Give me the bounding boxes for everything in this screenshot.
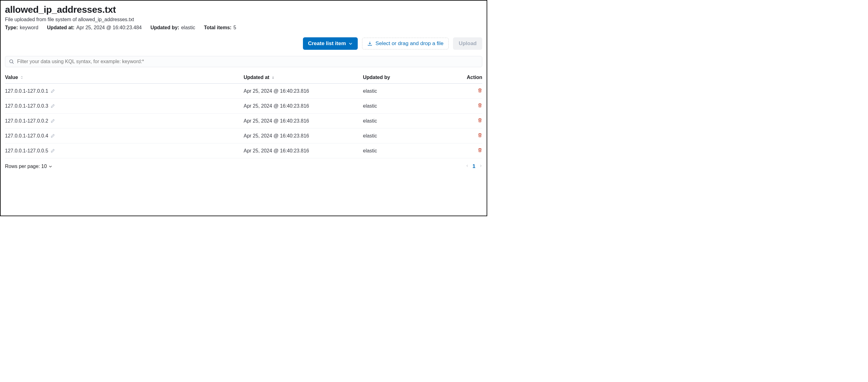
cell-value: 127.0.0.1-127.0.0.1 [5, 88, 48, 94]
table-row: 127.0.0.1-127.0.0.3Apr 25, 2024 @ 16:40:… [5, 99, 482, 113]
rows-per-page-selector[interactable]: Rows per page: 10 [5, 164, 52, 169]
rows-per-page-label: Rows per page: 10 [5, 164, 47, 169]
trash-icon[interactable] [477, 133, 482, 138]
edit-icon[interactable] [51, 134, 55, 138]
table-row: 127.0.0.1-127.0.0.1Apr 25, 2024 @ 16:40:… [5, 84, 482, 99]
meta-updated-at-value: Apr 25, 2024 @ 16:40:23.484 [76, 25, 142, 31]
cell-action [449, 129, 482, 143]
cell-updated-at: Apr 25, 2024 @ 16:40:23.816 [244, 129, 363, 143]
sort-both-icon [20, 76, 24, 79]
cell-updated-by: elastic [363, 129, 449, 143]
trash-icon[interactable] [477, 118, 482, 123]
chevron-down-icon [49, 165, 52, 168]
cell-updated-by: elastic [363, 99, 449, 113]
chevron-down-icon [348, 41, 353, 46]
cell-updated-by: elastic [363, 84, 449, 99]
value-list-modal: allowed_ip_addresses.txt File uploaded f… [0, 0, 487, 216]
file-drop-label: Select or drag and drop a file [375, 40, 443, 47]
edit-icon[interactable] [51, 119, 55, 123]
items-table: Value Updated at Updated by Action [5, 72, 482, 158]
meta-updated-by: Updated by: elastic [150, 25, 195, 31]
table-row: 127.0.0.1-127.0.0.5Apr 25, 2024 @ 16:40:… [5, 143, 482, 158]
col-header-updated-at-label: Updated at [244, 75, 270, 80]
cell-updated-at: Apr 25, 2024 @ 16:40:23.816 [244, 99, 363, 113]
cell-value: 127.0.0.1-127.0.0.4 [5, 133, 48, 139]
meta-type-value: keyword [20, 25, 38, 31]
meta-row: Type: keyword Updated at: Apr 25, 2024 @… [5, 25, 482, 31]
prev-page-button[interactable] [466, 164, 469, 169]
sort-desc-icon [271, 76, 275, 79]
col-header-action-label: Action [467, 75, 482, 80]
actions-row: Create list item Select or drag and drop… [5, 37, 482, 50]
meta-updated-by-label: Updated by: [150, 25, 179, 31]
cell-value: 127.0.0.1-127.0.0.5 [5, 148, 48, 154]
trash-icon[interactable] [477, 103, 482, 108]
cell-updated-at: Apr 25, 2024 @ 16:40:23.816 [244, 143, 363, 158]
import-icon [367, 41, 372, 46]
edit-icon[interactable] [51, 89, 55, 93]
current-page[interactable]: 1 [473, 163, 475, 170]
meta-total-items-label: Total items: [204, 25, 231, 31]
col-header-updated-at[interactable]: Updated at [244, 72, 363, 84]
search-input[interactable] [17, 59, 478, 64]
create-list-item-button[interactable]: Create list item [303, 37, 358, 50]
meta-updated-at-label: Updated at: [47, 25, 74, 31]
cell-updated-at: Apr 25, 2024 @ 16:40:23.816 [244, 113, 363, 129]
meta-type-label: Type: [5, 25, 18, 31]
edit-icon[interactable] [51, 149, 55, 153]
table-row: 127.0.0.1-127.0.0.2Apr 25, 2024 @ 16:40:… [5, 113, 482, 129]
meta-type: Type: keyword [5, 25, 38, 31]
page-title: allowed_ip_addresses.txt [5, 4, 482, 15]
svg-point-0 [10, 60, 13, 63]
col-header-action: Action [449, 72, 482, 84]
trash-icon[interactable] [477, 148, 482, 152]
table-footer: Rows per page: 10 1 [5, 163, 482, 170]
cell-updated-by: elastic [363, 113, 449, 129]
trash-icon[interactable] [477, 88, 482, 93]
cell-action [449, 99, 482, 113]
edit-icon[interactable] [51, 104, 55, 108]
upload-button[interactable]: Upload [453, 37, 482, 50]
cell-action [449, 113, 482, 129]
file-drop-zone[interactable]: Select or drag and drop a file [362, 38, 448, 49]
cell-action [449, 84, 482, 99]
cell-updated-at: Apr 25, 2024 @ 16:40:23.816 [244, 84, 363, 99]
col-header-value[interactable]: Value [5, 72, 244, 84]
page-subtitle: File uploaded from file system of allowe… [5, 17, 482, 23]
meta-total-items-value: 5 [234, 25, 236, 31]
table-row: 127.0.0.1-127.0.0.4Apr 25, 2024 @ 16:40:… [5, 129, 482, 143]
cell-value: 127.0.0.1-127.0.0.2 [5, 118, 48, 124]
cell-updated-by: elastic [363, 143, 449, 158]
col-header-updated-by: Updated by [363, 72, 449, 84]
meta-total-items: Total items: 5 [204, 25, 236, 31]
cell-value: 127.0.0.1-127.0.0.3 [5, 103, 48, 109]
col-header-updated-by-label: Updated by [363, 75, 390, 80]
create-list-item-label: Create list item [308, 40, 346, 47]
cell-action [449, 143, 482, 158]
col-header-value-label: Value [5, 75, 18, 80]
meta-updated-at: Updated at: Apr 25, 2024 @ 16:40:23.484 [47, 25, 142, 31]
next-page-button[interactable] [479, 164, 482, 169]
pagination: 1 [466, 163, 482, 170]
search-icon [9, 59, 14, 64]
meta-updated-by-value: elastic [181, 25, 195, 31]
search-bar[interactable] [5, 56, 482, 67]
